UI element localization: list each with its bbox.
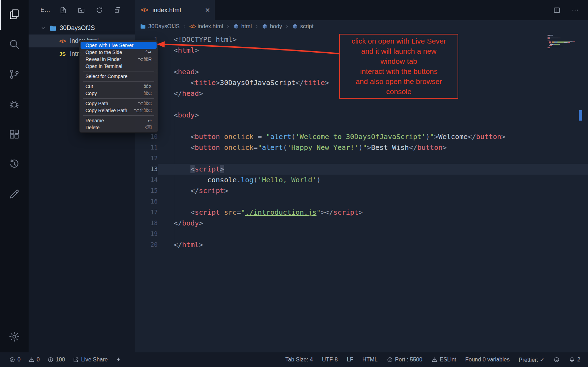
activity-settings[interactable]: [0, 322, 29, 352]
menu-item-open-to-the-side[interactable]: Open to the Side^↵: [81, 49, 157, 56]
breadcrumb-item-30daysofjs[interactable]: 30DaysOfJS: [140, 23, 180, 30]
status-label: 0: [37, 357, 40, 363]
status-tab-size[interactable]: Tab Size: 4: [285, 357, 313, 363]
code-line-20[interactable]: 20</html>: [135, 239, 588, 250]
vscode-window: E… 30DaysOfJS </> index.html JS introduc…: [0, 0, 588, 367]
menu-item-delete[interactable]: Delete⌫: [81, 124, 157, 131]
status-label: UTF-8: [322, 357, 338, 363]
code-line-13[interactable]: 13 <script>: [135, 164, 588, 175]
bolt-icon: [115, 357, 122, 363]
status-feedback-smiley[interactable]: [553, 357, 560, 363]
breadcrumb-item-html[interactable]: html: [233, 23, 252, 30]
activity-source-control[interactable]: [0, 60, 29, 90]
line-content: [158, 153, 588, 164]
split-editor-icon[interactable]: [553, 6, 561, 14]
status-info-metric[interactable]: 100: [47, 357, 65, 363]
menu-item-copy-path[interactable]: Copy Path⌥⌘C: [81, 100, 157, 107]
code-line-18[interactable]: 18</body>: [135, 218, 588, 229]
menu-item-copy[interactable]: Copy⌘C: [81, 90, 157, 97]
tab-index-html[interactable]: </> index.html ×: [135, 0, 215, 20]
new-file-icon[interactable]: [59, 6, 67, 14]
code-line-7[interactable]: 7: [135, 99, 588, 110]
close-icon[interactable]: ×: [205, 6, 210, 15]
status-warnings[interactable]: 0: [28, 357, 40, 363]
status-eol[interactable]: LF: [347, 357, 353, 363]
refresh-explorer-icon[interactable]: [96, 6, 103, 14]
cube-icon: [292, 23, 298, 30]
status-label: Port : 5500: [395, 357, 422, 363]
debug-icon: [8, 98, 20, 112]
overview-ruler-marker[interactable]: [579, 110, 582, 121]
status-notifications[interactable]: 2: [569, 357, 580, 363]
code-line-9[interactable]: 9: [135, 121, 588, 131]
code-line-14[interactable]: 14 console.log('Hello, World'): [135, 175, 588, 185]
line-content: </script>: [158, 185, 588, 196]
status-live-server-port[interactable]: Port : 5500: [387, 357, 422, 363]
tree-folder-30DaysOfJS[interactable]: 30DaysOfJS: [29, 22, 135, 35]
status-live-share[interactable]: Live Share: [73, 357, 108, 363]
activity-live-share[interactable]: [0, 180, 29, 210]
line-content: </body>: [158, 218, 588, 229]
breadcrumb-label: script: [300, 23, 314, 30]
breadcrumb-label: html: [241, 23, 252, 30]
menu-item-open-with-live-server[interactable]: Open with Live Server: [81, 42, 157, 49]
menu-item-label: Open to the Side: [85, 49, 122, 55]
breadcrumb-item-body[interactable]: body: [262, 23, 282, 30]
html-file-icon: </>: [140, 7, 149, 13]
code-line-11[interactable]: 11 <button onclick="alert('Happy New Yea…: [135, 142, 588, 153]
status-label: HTML: [362, 357, 378, 363]
code-line-15[interactable]: 15 </script>: [135, 185, 588, 196]
menu-item-select-for-compare[interactable]: Select for Compare: [81, 73, 157, 80]
minimap[interactable]: [548, 35, 582, 49]
line-content: </html>: [158, 239, 588, 250]
line-number: 17: [135, 207, 158, 218]
menu-item-cut[interactable]: Cut⌘X: [81, 83, 157, 90]
collapse-folders-icon[interactable]: [114, 6, 121, 14]
more-actions-icon[interactable]: [571, 6, 579, 14]
menu-separator: [83, 71, 154, 71]
new-folder-icon[interactable]: [77, 6, 85, 14]
files-icon: [8, 8, 20, 22]
code-icon: </>: [189, 23, 196, 30]
code-line-12[interactable]: 12: [135, 153, 588, 164]
folder-icon: [49, 24, 57, 32]
status-eslint[interactable]: ESLint: [431, 357, 456, 363]
status-found-variables[interactable]: Found 0 variables: [465, 357, 510, 363]
breadcrumb-item-index-html[interactable]: </>index.html: [189, 23, 223, 30]
smiley-icon: [553, 357, 560, 363]
status-language-mode[interactable]: HTML: [362, 357, 378, 363]
explorer-title: E…: [40, 7, 50, 14]
code-line-17[interactable]: 17 <script src="./introduction.js"></scr…: [135, 207, 588, 218]
status-encoding[interactable]: UTF-8: [322, 357, 338, 363]
warning-icon: [431, 357, 438, 363]
status-bolt[interactable]: [115, 357, 122, 363]
menu-item-rename[interactable]: Rename↩: [81, 117, 157, 124]
code-line-19[interactable]: 19: [135, 229, 588, 239]
status-errors[interactable]: 0: [9, 357, 21, 363]
menu-item-shortcut: ⌘C: [143, 91, 152, 96]
git-icon: [8, 68, 20, 82]
code-line-8[interactable]: 8<body>: [135, 110, 588, 121]
code-line-16[interactable]: 16: [135, 196, 588, 207]
line-number: 20: [135, 239, 158, 250]
line-content: <button onclick = "alert('Welcome to 30D…: [158, 131, 588, 142]
activity-extensions[interactable]: [0, 120, 29, 150]
html-file-icon: </>: [58, 38, 67, 44]
code-line-10[interactable]: 10 <button onclick = "alert('Welcome to …: [135, 131, 588, 142]
activity-bar: [0, 0, 29, 352]
line-content: <script>: [158, 164, 588, 175]
menu-item-reveal-in-finder[interactable]: Reveal in Finder⌥⌘R: [81, 56, 157, 63]
line-content: [158, 229, 588, 239]
status-label: ESLint: [440, 357, 456, 363]
activity-history[interactable]: [0, 150, 29, 180]
activity-search[interactable]: [0, 30, 29, 60]
breadcrumb-item-script[interactable]: script: [292, 23, 314, 30]
status-label: Tab Size: 4: [285, 357, 313, 363]
menu-item-copy-relative-path[interactable]: Copy Relative Path⌥⇧⌘C: [81, 107, 157, 114]
folder-label: 30DaysOfJS: [60, 24, 95, 32]
activity-explorer[interactable]: [0, 0, 29, 30]
menu-item-open-in-terminal[interactable]: Open in Terminal: [81, 63, 157, 70]
status-prettier[interactable]: Prettier: ✓: [519, 357, 544, 363]
activity-run-debug[interactable]: [0, 90, 29, 120]
cube-icon: [262, 23, 268, 30]
